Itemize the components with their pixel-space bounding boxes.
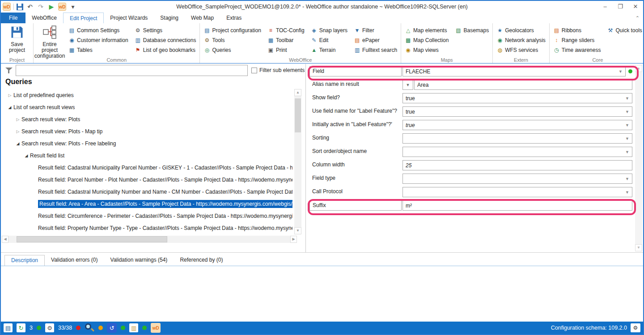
tab-weboffice[interactable]: WebOffice <box>25 13 63 23</box>
database-connections-button[interactable]: ▥Database connections <box>133 35 198 45</box>
tree-item[interactable]: ▷Search result view: Plots <box>2 113 293 125</box>
bottom-tab-description[interactable]: Description <box>4 255 45 266</box>
tab-staging[interactable]: Staging <box>154 13 185 23</box>
geolocators-button[interactable]: ★Geolocators <box>495 25 547 35</box>
tree-vscroll-thumb[interactable] <box>295 98 301 132</box>
horizontal-splitter[interactable] <box>1 252 643 253</box>
field-type-select[interactable]: ▼ <box>402 174 632 184</box>
tools-button[interactable]: ⚙Tools <box>202 35 263 45</box>
tab-project-wizards[interactable]: Project Wizards <box>104 13 154 23</box>
weboffice-service-icon[interactable]: wD <box>151 323 161 333</box>
toolbar-button[interactable]: ▦Toolbar <box>266 35 306 45</box>
tab-extras[interactable]: Extras <box>220 13 248 23</box>
expanded-arrow-icon[interactable]: ◢ <box>6 105 13 110</box>
collapse-ribbon-icon[interactable]: ⌃ <box>636 15 640 21</box>
quick-tools-button[interactable]: ⚒Quick tools <box>605 25 644 35</box>
settings-button[interactable]: ⚙Settings <box>133 25 198 35</box>
scroll-left-icon[interactable]: ◀ <box>2 236 8 243</box>
common-settings-button[interactable]: ▤Common Settings <box>67 25 130 35</box>
map-collection-button[interactable]: ▩Map Collection <box>403 35 450 45</box>
filter-button[interactable]: ▼Filter <box>352 25 399 35</box>
scroll-up-icon[interactable]: ▲ <box>294 89 301 96</box>
collapsed-arrow-icon[interactable]: ▷ <box>14 129 21 134</box>
network-analysis-button[interactable]: ◉Network analysis <box>495 35 547 45</box>
fulltext-search-button[interactable]: ▥Fulltext search <box>352 45 399 55</box>
alias-name-in-result-dropdown-button[interactable]: ▼ <box>402 80 413 90</box>
initially-active-in-label-feature-select[interactable]: true▼ <box>402 120 632 130</box>
field-select[interactable]: FLAECHE▼ <box>402 66 626 76</box>
epaper-button[interactable]: ▤ePaper <box>352 35 399 45</box>
map-elements-button[interactable]: △Map elements <box>403 25 450 35</box>
toc-config-button[interactable]: ≡TOC-Config <box>266 25 306 35</box>
collapsed-arrow-icon[interactable]: ▷ <box>14 117 21 122</box>
suffix-input[interactable]: m² <box>402 200 632 211</box>
tables-button[interactable]: ▦Tables <box>67 45 130 55</box>
tree-item[interactable]: Result field: Area - Area - Cadaster//Pl… <box>2 198 293 210</box>
bottom-tab-referenced-by-0-[interactable]: Referenced by (0) <box>174 255 229 266</box>
sort-order-object-name-select[interactable]: ▼ <box>402 147 632 157</box>
terrain-button[interactable]: ▲Terrain <box>309 45 349 55</box>
expanded-arrow-icon[interactable]: ◢ <box>14 141 21 146</box>
close-button[interactable]: ✕ <box>628 1 643 12</box>
navigation-service-icon[interactable]: ↺ <box>107 323 117 333</box>
tree-item[interactable]: ◢Result field list <box>2 149 293 161</box>
tree-item[interactable]: ◢List of search result views <box>2 101 293 113</box>
column-width-input[interactable]: 25 <box>402 160 632 170</box>
save-project-button[interactable]: Save project <box>3 25 31 57</box>
edit-button[interactable]: ✎Edit <box>309 35 349 45</box>
scroll-right-icon[interactable]: ▶ <box>290 236 297 243</box>
ribbons-button[interactable]: ▤Ribbons <box>551 25 603 35</box>
panel-divider[interactable] <box>305 64 306 252</box>
bottom-tab-validation-warnings-54-[interactable]: Validation warnings (54) <box>104 255 174 266</box>
tree-hscroll-thumb[interactable] <box>17 236 167 242</box>
project-configuration-button[interactable]: ▤Project configuration <box>202 25 263 35</box>
entire-project-configuration-button[interactable]: Entire project configuration <box>35 25 64 57</box>
minimize-button[interactable]: – <box>597 1 613 12</box>
tree-item[interactable]: ▷List of predefined queries <box>2 89 293 101</box>
scroll-down-icon[interactable]: ▼ <box>635 244 642 251</box>
range-sliders-button[interactable]: ↕Range sliders <box>551 35 603 45</box>
tree-horizontal-scrollbar[interactable]: ◀ ▶ <box>2 236 297 243</box>
tab-web-map[interactable]: Web Map <box>185 13 220 23</box>
maximize-button[interactable]: ❐ <box>613 1 628 12</box>
customer-information-button[interactable]: ◉Customer information <box>67 35 130 45</box>
print-button[interactable]: ▣Print <box>266 45 306 55</box>
validation-report-icon[interactable]: ▤ <box>4 323 13 332</box>
tree-item[interactable]: Result field: Circumference - Perimeter … <box>2 210 293 222</box>
search-service-icon[interactable] <box>85 323 94 333</box>
alias-name-in-result-input[interactable]: Area <box>414 80 632 90</box>
list-of-geo-bookmarks-button[interactable]: ⚑List of geo bookmarks <box>133 45 198 55</box>
filter-sub-elements-checkbox[interactable] <box>251 68 257 73</box>
bottom-tab-validation-errors-0-[interactable]: Validation errors (0) <box>45 255 104 266</box>
tree-item[interactable]: Result field: Cadastral Municipality Num… <box>2 186 293 198</box>
refresh-icon[interactable]: ↻ <box>17 323 25 332</box>
collapsed-arrow-icon[interactable]: ▷ <box>6 93 13 98</box>
wfs-services-button[interactable]: ◍WFS services <box>495 45 547 55</box>
expanded-arrow-icon[interactable]: ◢ <box>23 153 30 158</box>
tab-edit-project[interactable]: Edit Project <box>63 13 104 23</box>
tree-item[interactable]: Result field: Cadastral Municipality Par… <box>2 161 293 174</box>
user-database-icon[interactable]: ▥ <box>129 323 138 332</box>
time-awareness-button[interactable]: ◷Time awareness <box>551 45 603 55</box>
scroll-up-icon[interactable]: ▲ <box>635 65 642 72</box>
queries-button[interactable]: ◎Queries <box>202 45 263 55</box>
tree-vertical-scrollbar[interactable]: ▲ ▼ <box>294 89 301 234</box>
tree-item[interactable]: Result field: Property Number Type - Typ… <box>2 222 293 234</box>
service-config-icon[interactable]: ⚙ <box>45 323 54 332</box>
snap-layers-button[interactable]: ◈Snap layers <box>309 25 349 35</box>
tree-item[interactable]: ▷Search result view: Plots - Map tip <box>2 125 293 137</box>
show-field-select[interactable]: true▼ <box>402 93 632 103</box>
sorting-select[interactable]: ▼ <box>402 133 632 144</box>
filter-input[interactable] <box>16 65 248 76</box>
tab-file[interactable]: File <box>1 13 25 23</box>
tree-item[interactable]: ◢Search result view: Plots - Free labeli… <box>2 137 293 149</box>
map-views-button[interactable]: ◉Map views <box>403 45 450 55</box>
tree-item[interactable]: Result field: Parcel Number - Plot Numbe… <box>2 174 293 186</box>
schema-settings-button[interactable]: ⚙ <box>631 323 640 332</box>
ribbon-group-project: Save projectProject <box>1 23 34 63</box>
form-vertical-scrollbar[interactable]: ▲ ▼ <box>635 65 642 251</box>
basemaps-button[interactable]: ▧Basemaps <box>453 25 491 35</box>
scroll-down-icon[interactable]: ▼ <box>294 227 301 234</box>
use-field-name-for-label-feature-select[interactable]: true▼ <box>402 106 632 117</box>
call-protocol-select[interactable]: ▼ <box>402 187 632 197</box>
